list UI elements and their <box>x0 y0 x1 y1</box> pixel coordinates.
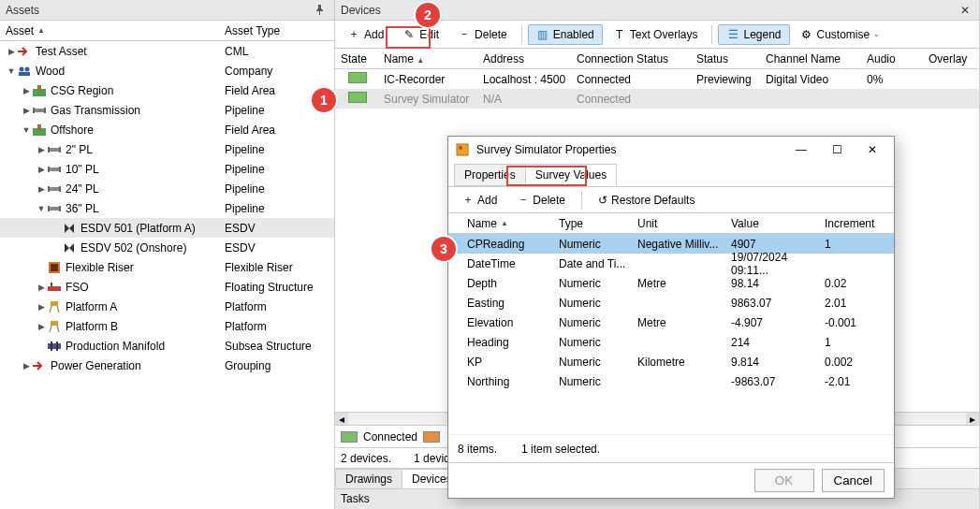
asset-label: FSO <box>66 281 89 294</box>
callout-2: 2 <box>416 3 440 27</box>
col-overlay[interactable]: Overlay <box>929 52 979 65</box>
survey-value-row[interactable]: CPReadingNumericNegative Milliv...49071 <box>448 234 894 254</box>
dlg-delete-button[interactable]: －Delete <box>509 188 574 211</box>
asset-row[interactable]: Flexible RiserFlexible Riser <box>0 257 334 277</box>
asset-label: Gas Transmission <box>51 104 140 117</box>
col-address[interactable]: Address <box>483 52 577 65</box>
device-row[interactable]: IC-RecorderLocalhost : 4500ConnectedPrev… <box>335 69 979 89</box>
dlg-add-label: Add <box>477 194 497 207</box>
dlg-col-unit[interactable]: Unit <box>637 217 731 230</box>
sv-value: 98.14 <box>731 277 825 290</box>
asset-row[interactable]: ▶Platform BPlatform <box>0 316 334 336</box>
asset-label: Test Asset <box>36 45 87 58</box>
survey-value-row[interactable]: DateTimeDate and Ti...19/07/2024 09:11..… <box>448 254 894 273</box>
tree-toggle[interactable]: ▶ <box>36 145 47 154</box>
dialog-titlebar[interactable]: Survey Simulator Properties ― ☐ ✕ <box>448 137 894 163</box>
ok-button[interactable]: OK <box>754 469 814 492</box>
col-state[interactable]: State <box>335 52 384 65</box>
enabled-button[interactable]: ▥Enabled <box>528 24 603 45</box>
close-button[interactable]: ✕ <box>858 139 886 160</box>
customise-button[interactable]: ⚙Customise ⌄ <box>792 24 889 45</box>
svg-point-36 <box>459 146 462 150</box>
svg-rect-21 <box>59 206 61 211</box>
device-row[interactable]: Survey SimulatorN/AConnected <box>335 89 979 109</box>
asset-icon <box>47 201 62 216</box>
asset-row[interactable]: ▶FSOFloating Structure <box>0 277 334 297</box>
asset-row[interactable]: ▼36" PLPipeline <box>0 198 334 218</box>
asset-row[interactable]: ▶Gas TransmissionPipeline <box>0 100 334 120</box>
column-asset[interactable]: Asset ▲ <box>0 24 223 37</box>
dlg-col-value[interactable]: Value <box>731 217 825 230</box>
dlg-col-increment[interactable]: Increment <box>825 217 894 230</box>
close-icon[interactable]: ✕ <box>957 4 973 17</box>
dialog-grid[interactable]: CPReadingNumericNegative Milliv...49071D… <box>448 234 894 434</box>
tree-toggle[interactable]: ▼ <box>21 125 32 135</box>
svg-rect-16 <box>48 187 61 191</box>
asset-row[interactable]: ESDV 501 (Platform A)ESDV <box>0 218 334 238</box>
asset-label: Platform B <box>66 320 118 333</box>
delete-button[interactable]: －Delete <box>449 24 516 45</box>
asset-row[interactable]: ▶Platform APlatform <box>0 297 334 316</box>
asset-row[interactable]: ▶24" PLPipeline <box>0 179 334 198</box>
survey-value-row[interactable]: EastingNumeric9863.072.01 <box>448 293 894 313</box>
dialog-grid-header: Name ▲ Type Unit Value Increment <box>448 213 894 234</box>
add-button[interactable]: ＋Add <box>339 24 392 45</box>
maximize-button[interactable]: ☐ <box>823 139 851 160</box>
survey-value-row[interactable]: KPNumericKilometre9.8140.002 <box>448 352 894 371</box>
tree-toggle[interactable]: ▶ <box>36 302 47 312</box>
asset-tree[interactable]: ▶Test AssetCML▼WoodCompany▶CSG RegionFie… <box>0 41 334 509</box>
tree-toggle[interactable]: ▶ <box>36 322 47 331</box>
tree-toggle[interactable]: ▶ <box>36 165 47 174</box>
asset-row[interactable]: ▶10" PLPipeline <box>0 159 334 179</box>
survey-value-row[interactable]: NorthingNumeric-9863.07-2.01 <box>448 371 894 391</box>
col-audio[interactable]: Audio <box>867 52 929 65</box>
asset-row[interactable]: ▶CSG RegionField Area <box>0 80 334 100</box>
sv-value: -4.907 <box>731 316 825 329</box>
asset-row[interactable]: Production ManifoldSubsea Structure <box>0 336 334 356</box>
col-status[interactable]: Status <box>696 52 766 65</box>
asset-row[interactable]: ▶2" PLPipeline <box>0 139 334 159</box>
col-channel[interactable]: Channel Name <box>766 52 867 65</box>
pin-icon[interactable] <box>311 5 329 15</box>
asset-row[interactable]: ▶Power GenerationGrouping <box>0 356 334 375</box>
sv-increment: 1 <box>825 336 894 349</box>
tree-toggle[interactable]: ▶ <box>36 283 47 292</box>
dlg-add-button[interactable]: ＋Add <box>454 188 505 211</box>
legend-button[interactable]: ☰Legend <box>718 24 789 45</box>
tree-toggle[interactable]: ▼ <box>6 66 17 76</box>
tree-toggle[interactable]: ▶ <box>21 86 32 95</box>
survey-value-row[interactable]: HeadingNumeric2141 <box>448 332 894 352</box>
scroll-left-icon[interactable]: ◂ <box>335 413 348 425</box>
tree-toggle[interactable]: ▶ <box>36 184 47 194</box>
asset-row[interactable]: ▶Test AssetCML <box>0 41 334 61</box>
tree-toggle[interactable]: ▶ <box>6 47 17 56</box>
dlg-col-name[interactable]: Name ▲ <box>448 217 559 230</box>
sv-name: DateTime <box>448 257 559 270</box>
dlg-restore-button[interactable]: ↺ Restore Defaults <box>590 190 703 211</box>
tree-toggle[interactable]: ▶ <box>21 106 32 115</box>
asset-type: Company <box>223 65 334 78</box>
survey-value-row[interactable]: DepthNumericMetre98.140.02 <box>448 273 894 293</box>
scroll-right-icon[interactable]: ▸ <box>966 413 979 425</box>
cancel-button[interactable]: Cancel <box>822 469 885 492</box>
column-asset-type[interactable]: Asset Type <box>223 24 334 37</box>
device-address: Localhost : 4500 <box>483 73 577 86</box>
asset-row[interactable]: ▼OffshoreField Area <box>0 120 334 139</box>
text-overlays-button[interactable]: TText Overlays <box>605 24 707 45</box>
minimize-button[interactable]: ― <box>787 139 815 160</box>
col-name[interactable]: Name ▲ <box>384 52 483 65</box>
dlg-col-type[interactable]: Type <box>559 217 637 230</box>
asset-row[interactable]: ESDV 502 (Onshore)ESDV <box>0 238 334 257</box>
col-connection[interactable]: Connection Status <box>577 52 696 65</box>
sv-name: Depth <box>448 277 559 290</box>
tree-toggle[interactable]: ▼ <box>36 204 47 213</box>
survey-value-row[interactable]: ElevationNumericMetre-4.907-0.001 <box>448 313 894 332</box>
asset-label: ESDV 501 (Platform A) <box>80 222 196 235</box>
tab-drawings[interactable]: Drawings <box>335 469 402 488</box>
sv-type: Numeric <box>559 297 637 310</box>
sv-increment: 2.01 <box>825 297 894 310</box>
tree-toggle[interactable]: ▶ <box>21 361 32 371</box>
asset-row[interactable]: ▼WoodCompany <box>0 61 334 80</box>
sv-value: 19/07/2024 09:11... <box>731 251 825 277</box>
survey-simulator-dialog: Survey Simulator Properties ― ☐ ✕ Proper… <box>447 136 895 499</box>
